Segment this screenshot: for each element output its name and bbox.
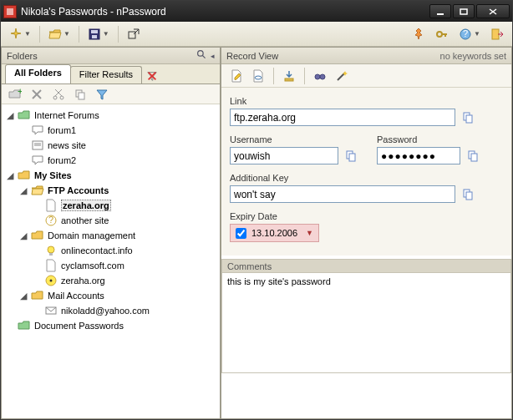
find-button[interactable] (310, 67, 330, 85)
link-input[interactable] (230, 109, 455, 126)
expiry-date-picker[interactable]: 13.10.2006 ▼ (230, 224, 319, 242)
pin-orange-button[interactable] (409, 25, 429, 43)
save-menu-button[interactable]: ▼ (84, 25, 113, 43)
close-button[interactable] (476, 4, 510, 18)
folder-plus-icon: + (8, 88, 22, 101)
folder-tabs: All Folders Filter Results (2, 64, 220, 84)
filter-button[interactable] (92, 85, 112, 104)
collapse-icon[interactable]: ◢ (18, 231, 28, 240)
tree-node-internet-forums[interactable]: ◢Internet Forums (3, 108, 218, 123)
wand-button[interactable] (332, 67, 352, 85)
tree-node-doc-passwords[interactable]: Document Passwords (3, 318, 218, 333)
folder-icon (31, 229, 44, 242)
svg-line-18 (202, 55, 205, 58)
addkey-input[interactable] (230, 185, 455, 203)
tree-node-zeraha2[interactable]: zeraha.org (3, 273, 218, 288)
help-button[interactable]: ?▼ (455, 25, 484, 43)
folders-panel: Folders ◂ All Folders Filter Results + ◢… (1, 47, 221, 419)
copy-icon (344, 149, 358, 163)
chat-icon (31, 124, 44, 137)
tree-node-another-site[interactable]: ?another site (3, 213, 218, 228)
tree-node-ftp-accounts[interactable]: ◢FTP Accounts (3, 183, 218, 198)
svg-rect-49 (349, 154, 355, 161)
open-menu-button[interactable]: ▼ (45, 25, 74, 43)
pencil-page-icon (230, 69, 243, 83)
search-icon[interactable] (196, 49, 207, 62)
copy-addkey-button[interactable] (460, 187, 475, 202)
minimize-button[interactable] (429, 4, 451, 18)
copy-link-button[interactable] (460, 110, 475, 125)
key-button[interactable] (432, 25, 452, 43)
expiry-label: Expiry Date (230, 211, 503, 221)
copy-icon (74, 88, 87, 101)
save-icon (88, 28, 101, 41)
collapse-icon[interactable]: ◢ (5, 111, 14, 120)
question-icon: ? (44, 214, 58, 227)
password-input[interactable] (377, 147, 460, 164)
collapse-icon[interactable]: ◢ (18, 186, 28, 195)
view-record-button[interactable] (248, 67, 268, 85)
bulb-icon (44, 244, 58, 257)
copy-password-button[interactable] (465, 149, 480, 164)
popout-button[interactable] (124, 25, 144, 43)
svg-rect-8 (92, 35, 97, 38)
collapse-icon[interactable]: ◢ (5, 171, 14, 180)
cut-button[interactable] (48, 85, 69, 104)
svg-point-35 (48, 246, 54, 253)
folder-tree[interactable]: ◢Internet Forums forum1 news site forum2… (2, 104, 220, 418)
chevron-down-icon[interactable]: ▼ (306, 229, 313, 237)
delete-button[interactable] (27, 85, 47, 104)
copy-icon (461, 188, 475, 201)
exit-button[interactable] (487, 25, 507, 43)
edit-record-button[interactable] (226, 67, 246, 85)
tab-filter-results[interactable]: Filter Results (70, 66, 142, 83)
record-view-title: Record View (226, 51, 278, 61)
copy-folder-button[interactable] (70, 85, 90, 104)
svg-rect-29 (79, 93, 84, 99)
username-input[interactable] (230, 147, 338, 164)
tree-node-mail-accounts[interactable]: ◢Mail Accounts (3, 288, 218, 303)
svg-point-11 (437, 32, 442, 37)
expiry-enabled-checkbox[interactable] (236, 228, 246, 239)
tree-node-zeraha-selected[interactable]: zeraha.org (3, 198, 218, 213)
svg-text:?: ? (463, 28, 468, 38)
tree-node-forum2[interactable]: forum2 (3, 153, 218, 168)
tree-node-news-site[interactable]: news site (3, 138, 218, 153)
svg-rect-2 (460, 9, 467, 14)
svg-point-17 (198, 51, 204, 57)
tree-node-mail-nikoladd[interactable]: nikoladd@yahoo.com (3, 303, 218, 318)
tree-node-forum1[interactable]: forum1 (3, 123, 218, 138)
tree-node-cyclamsoft[interactable]: cyclamsoft.com (3, 258, 218, 273)
import-button[interactable] (279, 67, 299, 85)
key-icon (435, 28, 449, 41)
svg-text:+: + (18, 88, 22, 96)
page-icon (44, 259, 58, 272)
collapse-icon[interactable]: ◂ (211, 52, 215, 60)
exit-icon (490, 28, 504, 41)
clear-filter-button[interactable] (145, 68, 160, 83)
tab-all-folders[interactable]: All Folders (5, 64, 71, 83)
new-menu-button[interactable]: ▼ (6, 25, 34, 43)
comments-header: Comments (221, 259, 511, 273)
tree-node-domain-mgmt[interactable]: ◢Domain management (3, 228, 218, 243)
folders-title: Folders (7, 51, 38, 61)
folder-icon (18, 109, 31, 122)
record-toolbar (221, 64, 511, 88)
window-title: Nikola's Passwords - nPassword (21, 6, 429, 18)
svg-point-38 (50, 280, 53, 282)
external-icon (127, 28, 140, 41)
comments-area[interactable]: this is my site's password (221, 273, 511, 373)
new-folder-button[interactable]: + (5, 85, 25, 104)
collapse-icon[interactable]: ◢ (18, 291, 28, 301)
comments-text: this is my site's password (227, 276, 331, 286)
main-toolbar: ▼ ▼ ▼ ?▼ (1, 22, 512, 47)
mail-icon (44, 304, 58, 317)
help-icon: ? (459, 28, 472, 41)
copy-username-button[interactable] (343, 149, 358, 164)
folder-open-icon (31, 184, 44, 197)
tree-node-my-sites[interactable]: ◢My Sites (3, 168, 218, 183)
svg-rect-9 (129, 32, 135, 38)
tree-node-onlinecontact[interactable]: onlinecontact.info (3, 243, 218, 258)
keywords-status: no keywords set (440, 51, 506, 61)
maximize-button[interactable] (453, 4, 475, 18)
